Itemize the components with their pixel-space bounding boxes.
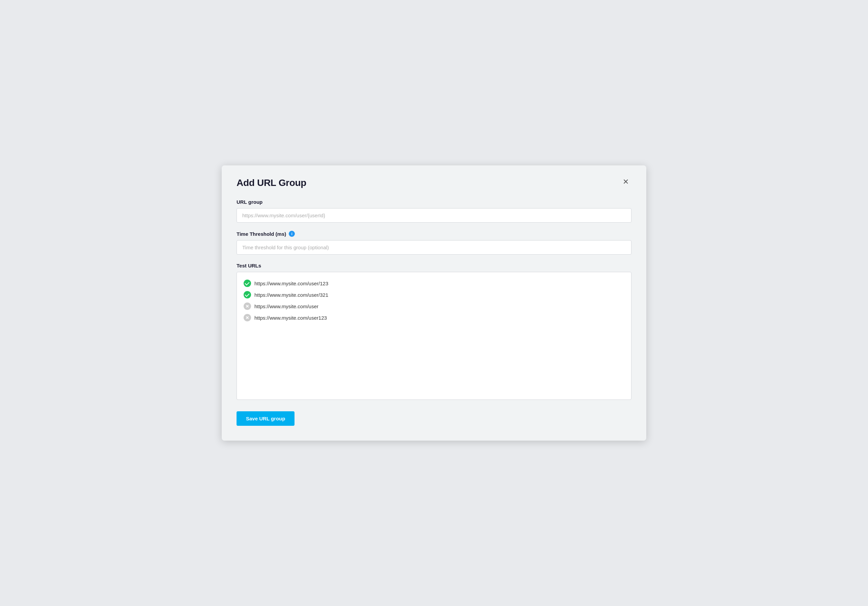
url-text: https://www.mysite.com/user123 [254, 315, 327, 321]
url-group-label: URL group [237, 199, 631, 205]
url-group-input[interactable] [237, 208, 631, 223]
no-match-icon [243, 314, 251, 321]
match-icon [243, 291, 251, 298]
match-icon [243, 280, 251, 287]
test-urls-label: Test URLs [237, 263, 631, 268]
no-match-icon [243, 302, 251, 310]
cross-icon [243, 302, 251, 310]
modal-container: Add URL Group ✕ URL group Time Threshold… [222, 166, 646, 440]
list-item: https://www.mysite.com/user [243, 301, 625, 312]
check-icon [243, 291, 251, 298]
modal-title: Add URL Group [237, 178, 306, 188]
url-text: https://www.mysite.com/user/321 [254, 292, 328, 298]
list-item: https://www.mysite.com/user/123 [243, 277, 625, 289]
list-item: https://www.mysite.com/user123 [243, 312, 625, 323]
url-group-field: URL group [237, 199, 631, 223]
close-button[interactable]: ✕ [620, 177, 631, 187]
check-icon [243, 280, 251, 287]
time-threshold-field: Time Threshold (ms) i [237, 231, 631, 255]
time-threshold-input[interactable] [237, 240, 631, 255]
time-threshold-label: Time Threshold (ms) i [237, 231, 631, 237]
test-urls-field: Test URLs https://www.mysite.com/user/12… [237, 263, 631, 400]
url-text: https://www.mysite.com/user [254, 304, 318, 309]
info-icon: i [289, 231, 295, 237]
url-text: https://www.mysite.com/user/123 [254, 281, 328, 286]
save-url-group-button[interactable]: Save URL group [237, 411, 294, 426]
list-item: https://www.mysite.com/user/321 [243, 289, 625, 301]
modal-header: Add URL Group ✕ [237, 178, 631, 188]
cross-icon [243, 314, 251, 321]
test-urls-box: https://www.mysite.com/user/123 https://… [237, 272, 631, 400]
